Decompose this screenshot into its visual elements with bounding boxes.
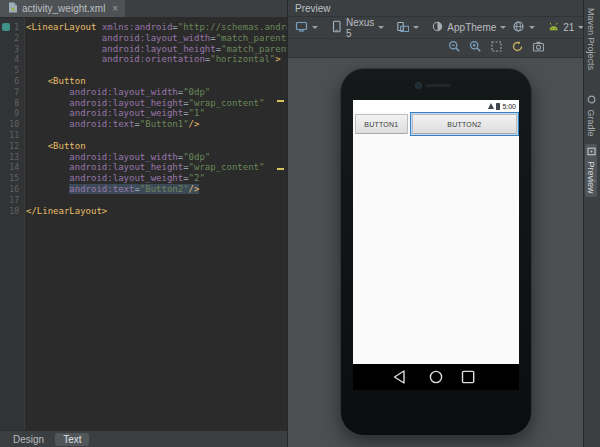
code-line-12[interactable]: 12 <Button [0, 141, 287, 152]
code-text: <LinearLayout xmlns:android="http://sche… [24, 22, 287, 32]
preview-button1[interactable]: BUTTON1 [355, 114, 408, 134]
code-line-16[interactable]: 16 android:text="Button2"/> [0, 184, 287, 195]
zoom-fit-button[interactable] [488, 41, 505, 56]
warning-stripe-mark[interactable] [277, 168, 284, 170]
status-time: 5:00 [502, 103, 516, 110]
code-text: </LinearLayout> [24, 206, 107, 216]
code-line-13[interactable]: 13 android:layout_width="0dp" [0, 152, 287, 163]
code-text [24, 65, 26, 75]
theme-label: AppTheme [447, 22, 496, 33]
code-text: android:layout_width="0dp" [24, 152, 210, 162]
tab-maven-projects[interactable]: Maven Projects [585, 5, 597, 73]
code-token: "http://schemas.android.com/apk/res/andr… [178, 22, 287, 32]
gradle-label: Gradle [586, 110, 596, 137]
api-level-dropdown[interactable]: 21 [544, 17, 587, 39]
code-line-8[interactable]: 8 android:layout_height="wrap_content" [0, 98, 287, 109]
earpiece-speaker [425, 84, 451, 87]
line-number: 18 [0, 207, 24, 218]
code-token: <Button [48, 76, 86, 86]
preview-tab-label: Preview [586, 162, 596, 194]
code-token: android:text [69, 119, 134, 129]
preview-canvas[interactable]: 5:00 BUTTON1 BUTTON2 [288, 58, 583, 447]
code-line-17[interactable]: 17 [0, 195, 287, 206]
zoom-out-icon [448, 39, 461, 57]
orientation-icon [396, 19, 409, 37]
code-token [26, 108, 69, 118]
refresh-button[interactable] [509, 41, 526, 56]
code-text [24, 130, 26, 140]
phone-icon [330, 19, 343, 37]
code-line-6[interactable]: 6 <Button [0, 76, 287, 87]
code-line-15[interactable]: 15 android:layout_weight="2" [0, 173, 287, 184]
camera-dot [415, 82, 422, 89]
tab-gradle[interactable]: Gradle [585, 92, 597, 140]
screenshot-button[interactable] [530, 41, 547, 56]
tab-design[interactable]: Design [5, 433, 52, 446]
code-line-10[interactable]: 10 android:text="Button1"/> [0, 119, 287, 130]
back-icon [395, 371, 405, 383]
warning-stripe-mark[interactable] [277, 100, 284, 102]
locale-dropdown[interactable] [509, 17, 538, 39]
code-line-5[interactable]: 5 [0, 65, 287, 76]
tab-preview[interactable]: Preview [585, 144, 597, 197]
code-text: android:layout_height="wrap_content" [24, 98, 264, 108]
line-number: 2 [0, 34, 24, 45]
status-bar: 5:00 [353, 100, 519, 112]
code-token [26, 141, 48, 151]
theme-dropdown[interactable]: AppTheme [428, 17, 509, 39]
editor-tab-activity-weight-xml[interactable]: activity_weight.xml × [0, 0, 125, 17]
screenshot-icon [532, 39, 545, 57]
tool-window-bar: Maven Projects Gradle Preview [583, 0, 600, 447]
code-text: android:layout_weight="1" [24, 108, 205, 118]
code-editor[interactable]: 1<LinearLayout xmlns:android="http://sch… [0, 18, 287, 430]
code-token [26, 76, 48, 86]
editor-tab-bar: activity_weight.xml × [0, 0, 287, 18]
zoom-in-button[interactable] [467, 41, 484, 56]
code-line-2[interactable]: 2 android:layout_width="match_parent" [0, 33, 287, 44]
screen-content[interactable] [353, 136, 519, 364]
code-lines: 1<LinearLayout xmlns:android="http://sch… [0, 22, 287, 216]
code-token [26, 98, 69, 108]
theme-icon [431, 19, 444, 37]
code-token [26, 173, 69, 183]
code-line-3[interactable]: 3 android:layout_height="match_parent" [0, 44, 287, 55]
navigation-bar [353, 364, 519, 390]
code-token [26, 162, 69, 172]
code-text: android:layout_height="match_parent" [24, 44, 287, 54]
xml-file-icon [7, 1, 18, 16]
code-token: "Button2" [140, 184, 189, 194]
tab-text[interactable]: Text [55, 433, 89, 446]
code-line-7[interactable]: 7 android:layout_width="0dp" [0, 87, 287, 98]
code-text: android:layout_width="0dp" [24, 87, 210, 97]
zoom-fit-icon [490, 39, 503, 57]
code-line-1[interactable]: 1<LinearLayout xmlns:android="http://sch… [0, 22, 287, 33]
code-token: android:layout_width [102, 33, 210, 43]
device-dropdown[interactable]: Nexus 5 [327, 15, 387, 41]
button2-cell-selected[interactable]: BUTTON2 [410, 112, 519, 136]
code-text: <Button [24, 76, 86, 86]
code-line-4[interactable]: 4 android:orientation="horizontal"> [0, 54, 287, 65]
code-token: "horizontal" [210, 54, 275, 64]
preview-button2[interactable]: BUTTON2 [412, 114, 517, 134]
zoom-out-button[interactable] [446, 41, 463, 56]
code-token [26, 152, 69, 162]
device-screen[interactable]: 5:00 BUTTON1 BUTTON2 [353, 100, 519, 390]
code-line-14[interactable]: 14 android:layout_height="wrap_content" [0, 162, 287, 173]
code-text: android:layout_height="wrap_content" [24, 162, 264, 172]
orientation-dropdown[interactable] [393, 17, 422, 39]
home-icon [430, 371, 441, 382]
code-token [26, 184, 69, 194]
code-token: </LinearLayout> [26, 206, 107, 216]
code-line-11[interactable]: 11 [0, 130, 287, 141]
button1-cell[interactable]: BUTTON1 [353, 112, 410, 136]
configuration-dropdown[interactable] [292, 17, 321, 39]
line-number: 12 [0, 142, 24, 153]
code-token: android:layout_width [69, 87, 177, 97]
code-token: android:layout_weight [69, 173, 183, 183]
preview-panel-title: Preview [295, 3, 331, 14]
code-line-9[interactable]: 9 android:layout_weight="1" [0, 108, 287, 119]
code-line-18[interactable]: 18</LinearLayout> [0, 206, 287, 217]
android-icon [547, 19, 560, 37]
close-tab-icon[interactable]: × [112, 3, 118, 14]
recents-icon [463, 371, 474, 382]
